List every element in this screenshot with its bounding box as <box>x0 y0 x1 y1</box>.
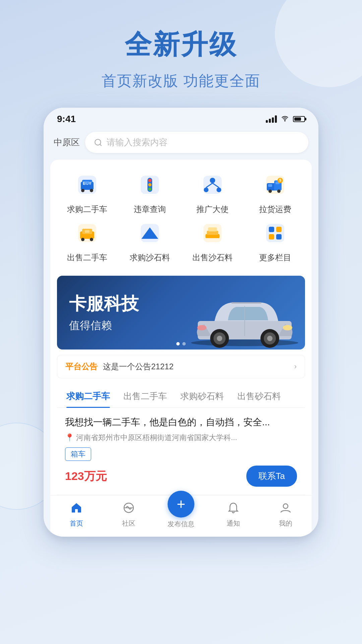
nav-item-publish[interactable]: + 发布信息 <box>161 501 201 529</box>
sell-sand-icon <box>197 218 228 248</box>
svg-rect-34 <box>85 230 89 233</box>
banner-area: 卡服科技 值得信赖 <box>57 276 305 350</box>
svg-point-23 <box>268 190 272 193</box>
icon-label-more: 更多栏目 <box>259 252 291 263</box>
svg-rect-40 <box>208 227 217 231</box>
icon-label-buy-used-car: 求购二手车 <box>67 204 107 215</box>
icon-traffic-check[interactable]: 违章查询 <box>123 170 177 215</box>
notice-tag-blue-part: 平台 <box>65 362 81 371</box>
listing-tags: 箱车 <box>65 447 297 461</box>
tab-buy-car[interactable]: 求购二手车 <box>60 385 117 408</box>
listing-location-text: 河南省郑州市中原区梧桐街道河南省国家大学科... <box>76 433 237 443</box>
nav-label-notify: 通知 <box>227 519 240 528</box>
listing-price: 123万元 <box>65 469 107 484</box>
svg-point-53 <box>267 336 273 341</box>
svg-line-1 <box>100 144 102 146</box>
svg-rect-44 <box>269 234 274 239</box>
icon-grid: BUY 求购二手车 <box>50 163 312 273</box>
bell-icon <box>227 502 239 517</box>
icon-label-buy-sand: 求购沙石料 <box>130 252 170 263</box>
header-title: 全新升级 <box>20 27 342 63</box>
svg-rect-57 <box>231 302 261 304</box>
phone-mockup: 9:41 中原区 请输入搜索内容 <box>44 108 318 537</box>
banner-dot-1 <box>176 342 180 345</box>
listing-title: 我想找一辆二手车，他是白色的，自动挡，安全... <box>65 416 297 429</box>
icon-promote[interactable]: 推广大使 <box>186 170 239 215</box>
publish-plus-icon[interactable]: + <box>168 491 194 518</box>
svg-point-15 <box>210 178 215 183</box>
svg-point-0 <box>95 139 101 145</box>
header-subtitle: 首页新改版 功能更全面 <box>20 71 342 91</box>
svg-rect-41 <box>266 224 284 242</box>
icon-label-traffic-check: 违章查询 <box>134 204 166 215</box>
tab-sell-car[interactable]: 出售二手车 <box>117 385 174 408</box>
svg-point-32 <box>81 238 84 241</box>
search-input-wrap[interactable]: 请输入搜索内容 <box>85 132 308 153</box>
contact-button[interactable]: 联系Ta <box>246 466 297 487</box>
icon-label-freight: 拉货运费 <box>259 204 291 215</box>
icon-row-2: 出售二手车 求购沙石料 <box>56 218 306 263</box>
icon-row-1: BUY 求购二手车 <box>56 170 306 215</box>
svg-point-50 <box>217 336 222 341</box>
notice-bar[interactable]: 平台公告 这是一个公告21212 › <box>57 355 305 378</box>
status-time: 9:41 <box>57 114 76 124</box>
tab-sell-gravel[interactable]: 出售砂石料 <box>231 385 288 408</box>
nav-label-mine: 我的 <box>279 519 292 528</box>
notice-tag: 平台公告 <box>65 361 98 372</box>
promote-icon <box>197 170 228 200</box>
battery-icon <box>293 116 305 122</box>
svg-rect-45 <box>276 234 282 239</box>
listing-tag-box-car: 箱车 <box>65 447 91 461</box>
search-placeholder-text: 请输入搜索内容 <box>107 137 168 148</box>
icon-label-promote: 推广大使 <box>196 204 229 215</box>
svg-point-12 <box>148 183 152 186</box>
svg-rect-42 <box>269 227 274 232</box>
tab-buy-gravel[interactable]: 求购砂石料 <box>174 385 231 408</box>
nav-item-home[interactable]: 首页 <box>56 502 97 528</box>
svg-point-6 <box>81 189 84 192</box>
icon-buy-used-car[interactable]: BUY 求购二手车 <box>60 170 114 215</box>
more-icon <box>260 218 290 248</box>
notice-tag-orange-part: 公告 <box>81 362 98 371</box>
banner-car-image <box>188 284 302 348</box>
nav-item-notify[interactable]: 通知 <box>213 502 253 528</box>
buy-used-car-icon: BUY <box>72 170 102 200</box>
svg-rect-25 <box>268 184 272 187</box>
svg-rect-8 <box>85 181 89 184</box>
listing-bottom: 123万元 联系Ta <box>65 466 297 487</box>
buy-sand-icon <box>135 218 165 248</box>
bottom-nav: 首页 社区 + 发布信息 通知 <box>50 495 312 537</box>
nav-item-mine[interactable]: 我的 <box>265 502 306 528</box>
notice-content: 这是一个公告21212 <box>103 361 289 372</box>
icon-sell-sand[interactable]: 出售沙石料 <box>186 218 239 263</box>
svg-point-55 <box>197 325 206 330</box>
icon-sell-used-car[interactable]: 出售二手车 <box>60 218 114 263</box>
banner-subtitle: 值得信赖 <box>69 318 139 333</box>
svg-point-16 <box>204 187 208 192</box>
svg-point-54 <box>283 325 292 330</box>
header-area: 全新升级 首页新改版 功能更全面 <box>0 0 362 108</box>
user-icon <box>280 502 292 517</box>
svg-text:$: $ <box>279 178 281 182</box>
content-area: BUY 求购二手车 <box>50 160 312 495</box>
icon-buy-sand[interactable]: 求购沙石料 <box>123 218 177 263</box>
icon-freight[interactable]: $ 拉货运费 <box>248 170 302 215</box>
icon-label-sell-sand: 出售沙石料 <box>192 252 233 263</box>
svg-point-7 <box>90 189 93 192</box>
banner-text-area: 卡服科技 值得信赖 <box>57 284 151 341</box>
icon-more[interactable]: 更多栏目 <box>248 218 302 263</box>
svg-point-13 <box>148 187 152 191</box>
location-pin-icon: 📍 <box>65 433 74 442</box>
search-bar-container: 中原区 请输入搜索内容 <box>44 127 318 160</box>
freight-icon: $ <box>260 170 290 200</box>
svg-point-11 <box>148 179 152 182</box>
svg-point-46 <box>191 339 298 346</box>
community-icon <box>123 502 135 517</box>
svg-point-33 <box>90 238 93 241</box>
home-icon <box>70 502 82 517</box>
notice-arrow-icon: › <box>294 362 297 371</box>
signal-icon <box>266 115 277 123</box>
icon-label-sell-used-car: 出售二手车 <box>67 252 107 263</box>
location-label: 中原区 <box>54 137 80 148</box>
nav-item-community[interactable]: 社区 <box>109 502 149 528</box>
